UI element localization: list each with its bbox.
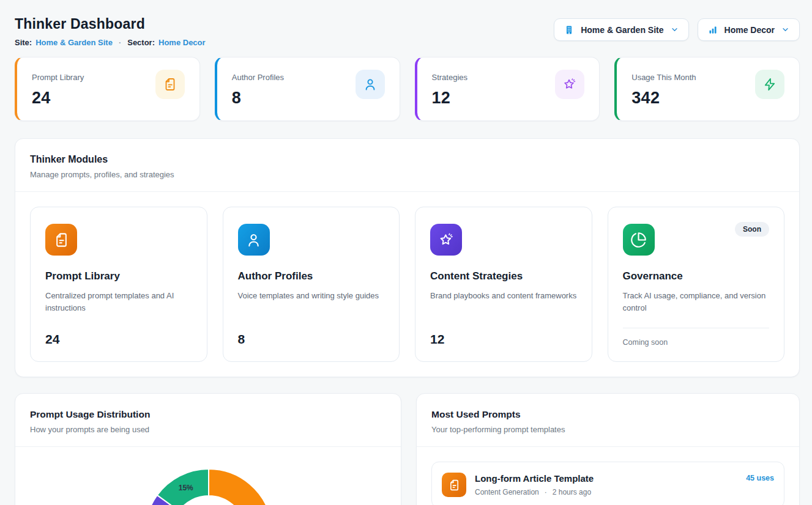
- lightning-icon: [762, 77, 777, 92]
- user-icon: [363, 77, 378, 92]
- sector-selector-label: Home Decor: [724, 25, 775, 35]
- module-card-prompt-library[interactable]: Prompt Library Centralized prompt templa…: [30, 207, 207, 362]
- module-count: 24: [45, 332, 192, 347]
- most-used-prompts-card: Most Used Prompts Your top-performing pr…: [416, 393, 800, 505]
- prompt-list-item[interactable]: Long-form Article Template Content Gener…: [431, 462, 784, 505]
- stat-card-prompt-library: Prompt Library 24: [15, 57, 200, 121]
- chevron-down-icon: [670, 25, 679, 34]
- sector-label: Sector:: [127, 38, 155, 47]
- prompts-card-title: Most Used Prompts: [431, 409, 784, 420]
- prompt-usage-distribution-card: Prompt Usage Distribution How your promp…: [15, 393, 401, 505]
- site-link[interactable]: Home & Garden Site: [35, 38, 113, 47]
- building-icon: [564, 24, 575, 35]
- donut-segment-label: 15%: [179, 484, 193, 492]
- site-selector-label: Home & Garden Site: [581, 25, 663, 35]
- stat-card-author-profiles: Author Profiles 8: [215, 57, 400, 121]
- pie-chart-icon: [630, 232, 647, 248]
- module-description: Track AI usage, compliance, and version …: [623, 290, 770, 314]
- prompt-item-title: Long-form Article Template: [475, 473, 594, 484]
- modules-panel-subtitle: Manage prompts, profiles, and strategies: [30, 170, 784, 179]
- module-title: Author Profiles: [238, 270, 385, 282]
- user-icon: [245, 232, 262, 248]
- separator-dot: ·: [119, 38, 121, 47]
- module-card-content-strategies[interactable]: Content Strategies Brand playbooks and c…: [415, 207, 592, 362]
- sector-selector-dropdown[interactable]: Home Decor: [698, 18, 800, 41]
- module-title: Prompt Library: [45, 270, 192, 282]
- sparkle-star-icon: [438, 232, 455, 248]
- soon-badge: Soon: [735, 222, 769, 237]
- usage-card-subtitle: How your prompts are being used: [30, 425, 386, 434]
- divider: [623, 328, 770, 328]
- prompt-item-category: Content Generation: [475, 488, 539, 496]
- module-description: Voice templates and writing style guides: [238, 290, 385, 302]
- usage-donut-chart[interactable]: 15%: [15, 447, 401, 505]
- stat-card-usage: Usage This Month 342: [614, 57, 800, 121]
- bar-chart-icon: [707, 24, 718, 35]
- module-title: Content Strategies: [430, 270, 577, 282]
- module-count: 12: [430, 332, 577, 347]
- module-description: Brand playbooks and content frameworks: [430, 290, 577, 302]
- module-description: Centralized prompt templates and AI inst…: [45, 290, 192, 314]
- site-sector-breadcrumb: Site: Home & Garden Site · Sector: Home …: [15, 38, 206, 47]
- dashboard-page: Thinker Dashboard Site: Home & Garden Si…: [0, 0, 812, 505]
- chevron-down-icon: [781, 25, 790, 34]
- modules-panel-title: Thinker Modules: [30, 154, 784, 165]
- file-text-icon: [53, 232, 70, 248]
- donut-segment[interactable]: [209, 469, 272, 505]
- separator-dot: ·: [545, 488, 547, 496]
- usage-card-title: Prompt Usage Distribution: [30, 409, 386, 420]
- module-footer: Coming soon: [623, 338, 770, 347]
- page-title: Thinker Dashboard: [15, 16, 206, 32]
- file-text-icon: [448, 479, 461, 492]
- prompt-item-uses-badge: 45 uses: [746, 474, 774, 482]
- page-header: Thinker Dashboard Site: Home & Garden Si…: [15, 16, 800, 47]
- sparkle-star-icon: [562, 77, 577, 92]
- module-title: Governance: [623, 270, 770, 282]
- site-selector-dropdown[interactable]: Home & Garden Site: [554, 18, 688, 41]
- module-card-governance: Soon Governance Track AI usage, complian…: [608, 207, 785, 362]
- stats-row: Prompt Library 24 Author Profiles 8 Stra…: [15, 57, 800, 121]
- file-text-icon: [163, 77, 177, 92]
- module-card-author-profiles[interactable]: Author Profiles Voice templates and writ…: [223, 207, 400, 362]
- stat-card-strategies: Strategies 12: [415, 57, 600, 121]
- prompts-card-subtitle: Your top-performing prompt templates: [431, 425, 784, 434]
- site-label: Site:: [15, 38, 32, 47]
- prompt-item-time: 2 hours ago: [553, 488, 591, 496]
- module-count: 8: [238, 332, 385, 347]
- sector-link[interactable]: Home Decor: [158, 38, 206, 47]
- thinker-modules-panel: Thinker Modules Manage prompts, profiles…: [15, 138, 800, 377]
